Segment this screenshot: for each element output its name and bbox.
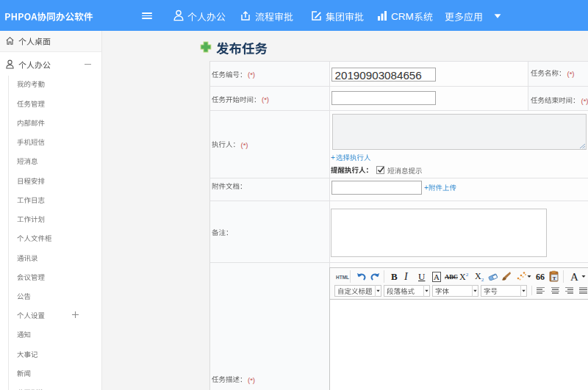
svg-text:T: T [553, 275, 556, 281]
